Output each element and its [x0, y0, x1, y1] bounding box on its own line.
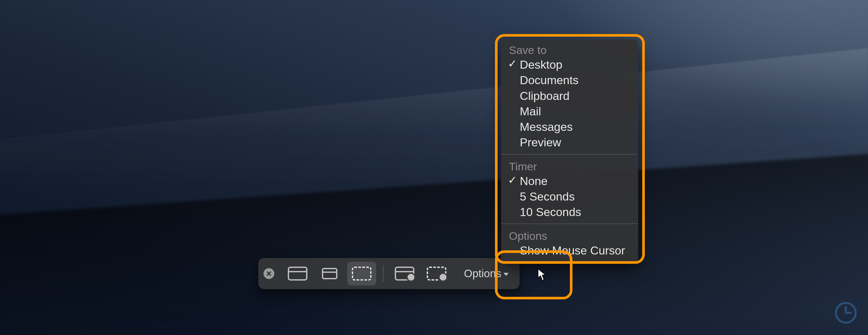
menu-item-save-clipboard[interactable]: Clipboard	[501, 88, 638, 104]
menu-item-timer-5s[interactable]: 5 Seconds	[501, 189, 638, 204]
screenshot-toolbar: Options	[258, 258, 520, 289]
watch-later-icon[interactable]	[834, 301, 858, 325]
menu-item-timer-none[interactable]: None	[501, 173, 638, 189]
menu-item-show-mouse-cursor[interactable]: Show Mouse Cursor	[501, 243, 638, 258]
menu-item-save-messages[interactable]: Messages	[501, 119, 638, 135]
menu-item-save-mail[interactable]: Mail	[501, 104, 638, 119]
record-selected-portion-button[interactable]	[422, 262, 451, 286]
options-menu: Save to Desktop Documents Clipboard Mail…	[501, 39, 638, 262]
menu-divider	[501, 154, 638, 155]
menu-divider	[501, 224, 638, 224]
menu-item-save-desktop[interactable]: Desktop	[501, 57, 638, 72]
menu-section-title: Options	[501, 228, 638, 243]
menu-item-label: Messages	[520, 120, 573, 133]
options-label: Options	[464, 267, 501, 280]
menu-item-label: Mail	[520, 105, 541, 118]
menu-item-label: 10 Seconds	[520, 205, 581, 219]
menu-section-title: Save to	[501, 42, 638, 57]
capture-entire-screen-button[interactable]	[283, 262, 312, 286]
selection-record-icon	[427, 267, 446, 280]
menu-item-save-documents[interactable]: Documents	[501, 72, 638, 88]
menu-item-label: Desktop	[520, 58, 562, 71]
options-button[interactable]: Options	[460, 262, 512, 285]
record-entire-screen-button[interactable]	[390, 262, 419, 286]
capture-selected-window-button[interactable]	[315, 262, 344, 286]
menu-item-save-preview[interactable]: Preview	[501, 135, 638, 150]
window-icon	[322, 268, 337, 279]
record-badge-icon	[406, 272, 416, 282]
menu-item-label: None	[520, 174, 548, 188]
selection-icon	[352, 267, 371, 280]
menu-item-timer-10s[interactable]: 10 Seconds	[501, 204, 638, 220]
menu-item-label: Show Mouse Cursor	[520, 244, 625, 257]
toolbar-separator	[383, 265, 383, 282]
screen-icon	[288, 267, 307, 280]
capture-selected-portion-button[interactable]	[347, 262, 376, 286]
menu-item-label: 5 Seconds	[520, 190, 575, 203]
menu-item-label: Documents	[520, 73, 579, 87]
menu-item-label: Preview	[520, 136, 561, 149]
record-badge-icon	[438, 272, 448, 282]
menu-section-title: Timer	[501, 158, 638, 173]
chevron-down-icon	[503, 273, 509, 276]
screen-record-icon	[395, 267, 414, 280]
close-icon[interactable]	[264, 268, 274, 279]
menu-item-label: Clipboard	[520, 89, 570, 102]
